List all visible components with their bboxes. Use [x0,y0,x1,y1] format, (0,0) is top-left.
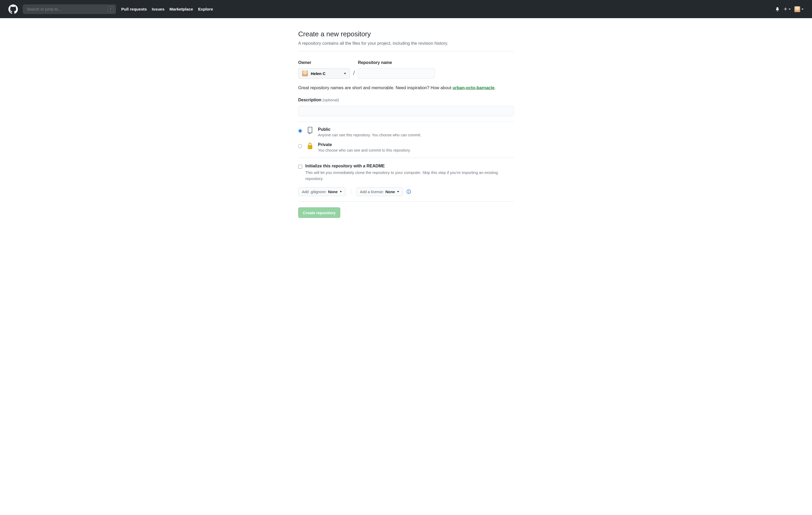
visibility-public-radio[interactable] [298,129,302,133]
owner-value: Helen C [311,71,325,76]
description-input[interactable] [298,106,514,116]
page-subtitle: A repository contains all the files for … [298,41,514,46]
repo-name-input[interactable] [358,68,435,79]
owner-select-button[interactable]: Helen C [298,68,350,79]
chevron-down-icon [340,191,342,192]
owner-repo-row: Owner Helen C / Repository name [298,60,514,79]
slash-key-hint: / [108,6,114,12]
info-icon[interactable] [407,189,411,194]
header-right [775,6,804,12]
header-nav: Pull requests Issues Marketplace Explore [121,7,213,11]
main-content: Create a new repository A repository con… [298,18,514,234]
nav-marketplace[interactable]: Marketplace [170,7,193,11]
github-logo-icon[interactable] [8,4,18,14]
chevron-down-icon [802,9,804,10]
chevron-down-icon [789,9,791,10]
global-header: / Pull requests Issues Marketplace Explo… [0,0,812,18]
search-box[interactable]: / [23,4,116,14]
license-dropdown[interactable]: Add a license: None [356,187,403,196]
visibility-private-row: Private You choose who can see and commi… [298,142,514,152]
divider [351,189,351,195]
public-description: Anyone can see this repository. You choo… [318,133,421,137]
repo-name-label: Repository name [358,60,435,65]
description-label: Description (optional) [298,98,514,102]
svg-point-1 [309,146,309,146]
owner-repo-separator: / [353,70,355,77]
chevron-down-icon [397,191,399,192]
create-new-dropdown[interactable] [783,7,791,11]
nav-explore[interactable]: Explore [198,7,213,11]
dropdown-row: Add .gitignore: None Add a license: None [298,187,514,196]
divider [298,158,514,158]
page-title: Create a new repository [298,30,514,38]
private-label: Private [318,142,411,147]
gitignore-dropdown[interactable]: Add .gitignore: None [298,187,346,196]
name-suggestion-link[interactable]: urban-octo-barnacle [453,85,495,90]
readme-label: Initialize this repository with a README [305,164,500,168]
search-input[interactable] [27,7,108,11]
private-description: You choose who can see and commit to thi… [318,148,411,152]
readme-checkbox[interactable] [298,165,302,169]
svg-point-2 [309,147,309,147]
owner-label: Owner [298,60,350,65]
repo-icon [306,127,314,134]
hint-text: Great repository names are short and mem… [298,85,453,90]
readme-description: This will let you immediately clone the … [305,170,500,182]
readme-row: Initialize this repository with a README… [298,164,514,182]
repo-name-hint: Great repository names are short and mem… [298,85,514,90]
lock-icon [307,142,314,150]
avatar [302,71,308,76]
public-label: Public [318,127,421,132]
create-repository-button[interactable]: Create repository [298,207,340,218]
avatar [794,6,800,12]
svg-point-6 [409,191,409,191]
visibility-public-row: Public Anyone can see this repository. Y… [298,127,514,137]
plus-icon [783,7,788,11]
svg-point-3 [309,148,309,148]
notifications-icon[interactable] [775,7,780,11]
divider [298,121,514,122]
user-menu-dropdown[interactable] [794,6,804,12]
hint-suffix: . [495,85,496,90]
divider [298,51,514,51]
chevron-down-icon [344,73,346,74]
nav-issues[interactable]: Issues [152,7,164,11]
visibility-private-radio[interactable] [298,144,302,148]
nav-pull-requests[interactable]: Pull requests [121,7,147,11]
